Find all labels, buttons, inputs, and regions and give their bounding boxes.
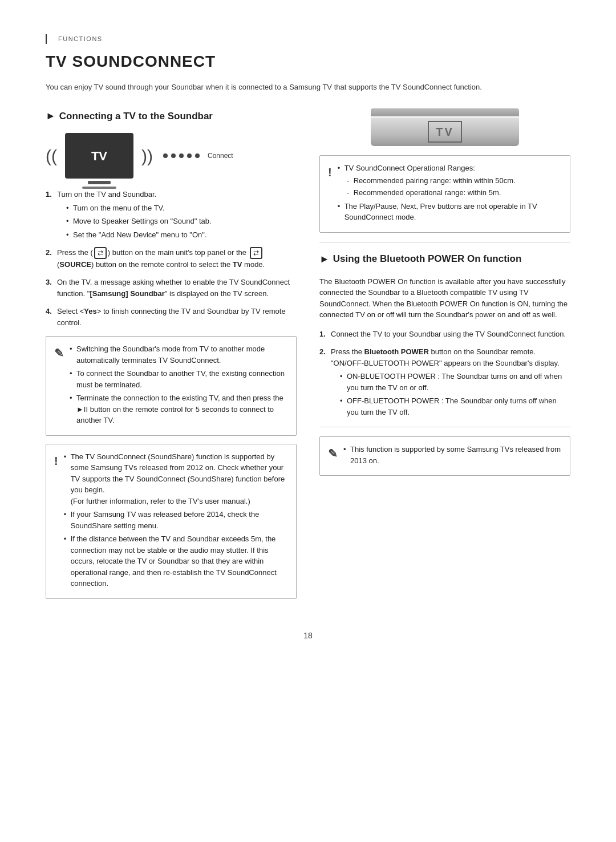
note-exclaim-item2: If your Samsung TV was released before 2… bbox=[64, 509, 288, 531]
connect-label: Connect bbox=[208, 151, 233, 161]
step2-sub2: OFF-BLUETOOTH POWER : The Soundbar only … bbox=[340, 395, 570, 418]
pencil-icon: ✎ bbox=[54, 345, 64, 362]
section2-intro: The Bluetooth POWER On function is avail… bbox=[319, 276, 570, 321]
soundbar-illustration-top: TV bbox=[319, 108, 570, 146]
left-column: ► Connecting a TV to the Soundbar (( TV … bbox=[46, 108, 297, 607]
steps-list: Turn on the TV and Soundbar. Turn on the… bbox=[46, 189, 297, 328]
source-icon2: ⇄ bbox=[250, 247, 262, 259]
note-pencil-item3: Terminate the connection to the existing… bbox=[70, 392, 288, 426]
divider1 bbox=[319, 242, 570, 242]
section2-step2-sub: ON-BLUETOOTH POWER : The Soundbar turns … bbox=[331, 371, 570, 418]
dot1 bbox=[163, 153, 168, 158]
step-3: On the TV, a message asking whether to e… bbox=[46, 277, 297, 299]
step-1: Turn on the TV and Soundbar. Turn on the… bbox=[46, 189, 297, 240]
tv-graphic: TV bbox=[65, 133, 133, 179]
note-pencil-item1: Switching the Soundbar's mode from TV to… bbox=[70, 343, 288, 366]
wave-right-icon: )) bbox=[141, 143, 153, 169]
note-pencil-box: ✎ Switching the Soundbar's mode from TV … bbox=[46, 336, 297, 436]
intro-text: You can enjoy TV sound through your Soun… bbox=[46, 82, 559, 93]
page-number: 18 bbox=[46, 630, 570, 642]
dash-item2: Recommended operational range: within 5m… bbox=[345, 187, 562, 199]
dot3 bbox=[179, 153, 184, 158]
step1-sub: Turn on the menu of the TV. Move to Spea… bbox=[57, 203, 297, 241]
step-2: Press the (⇄) button on the main unit's … bbox=[46, 247, 297, 270]
wave-left-icon: (( bbox=[46, 143, 57, 169]
dash-item1: Recommended pairing range: within within… bbox=[345, 175, 562, 187]
section2-steps: Connect the TV to your Soundbar using th… bbox=[319, 329, 570, 418]
section2-heading: ► Using the Bluetooth POWER On function bbox=[319, 252, 570, 267]
right-note-item2: The Play/Pause, Next, Prev buttons are n… bbox=[338, 201, 562, 223]
note-exclaim-box: ! The TV SoundConnect (SoundShare) funct… bbox=[46, 444, 297, 599]
soundbar-top-bar bbox=[371, 108, 519, 116]
right-column: TV ! TV SoundConnect Operational Ranges:… bbox=[319, 108, 570, 607]
step2-sub1: ON-BLUETOOTH POWER : The Soundbar turns … bbox=[340, 371, 570, 393]
arrow-icon2: ► bbox=[319, 252, 330, 267]
section2-step2: Press the Bluetooth POWER button on the … bbox=[319, 346, 570, 418]
step1-sub2: Move to Speaker Settings on "Sound" tab. bbox=[66, 216, 297, 227]
section2-step1: Connect the TV to your Soundbar using th… bbox=[319, 329, 570, 340]
page-title: TV SOUNDCONNECT bbox=[46, 50, 570, 74]
pencil-icon-bottom: ✎ bbox=[328, 445, 338, 462]
section1-heading: ► Connecting a TV to the Soundbar bbox=[46, 108, 297, 124]
step-4: Select <Yes> to finish connecting the TV… bbox=[46, 306, 297, 328]
right-note-item1: TV SoundConnect Operational Ranges: Reco… bbox=[338, 163, 562, 199]
exclaim-icon: ! bbox=[54, 452, 58, 469]
soundbar-tv-label: TV bbox=[428, 121, 462, 143]
note-pencil-bottom-content: This function is supported by some Samsu… bbox=[343, 444, 562, 468]
tv-connect-illustration: (( TV )) Connect bbox=[46, 133, 297, 179]
step1-sub3: Set the "Add New Device" menu to "On". bbox=[66, 229, 297, 241]
divider2 bbox=[319, 427, 570, 427]
pencil-bottom-item1: This function is supported by some Samsu… bbox=[343, 444, 562, 466]
dot2 bbox=[171, 153, 176, 158]
dot5 bbox=[195, 153, 200, 158]
note-exclaim-content: The TV SoundConnect (SoundShare) functio… bbox=[64, 451, 288, 592]
step1-sub1: Turn on the menu of the TV. bbox=[66, 203, 297, 214]
note-right-exclaim-content: TV SoundConnect Operational Ranges: Reco… bbox=[338, 163, 562, 225]
arrow-icon: ► bbox=[46, 108, 56, 124]
note-right-exclaim-box: ! TV SoundConnect Operational Ranges: Re… bbox=[319, 155, 570, 233]
note-pencil-content: Switching the Soundbar's mode from TV to… bbox=[70, 343, 288, 428]
dot4 bbox=[187, 153, 192, 158]
source-icon: ⇄ bbox=[94, 247, 107, 259]
exclaim-icon-right: ! bbox=[328, 164, 332, 181]
dots-connect bbox=[163, 153, 200, 158]
note-pencil-bottom-right: ✎ This function is supported by some Sam… bbox=[319, 436, 570, 476]
breadcrumb: FUNCTIONS bbox=[46, 34, 570, 44]
note-pencil-item2: To connect the Soundbar to another TV, t… bbox=[70, 368, 288, 390]
note-exclaim-item1: The TV SoundConnect (SoundShare) functio… bbox=[64, 451, 288, 507]
soundbar-body: TV bbox=[371, 118, 519, 146]
note-exclaim-item3: If the distance between the TV and Sound… bbox=[64, 533, 288, 589]
